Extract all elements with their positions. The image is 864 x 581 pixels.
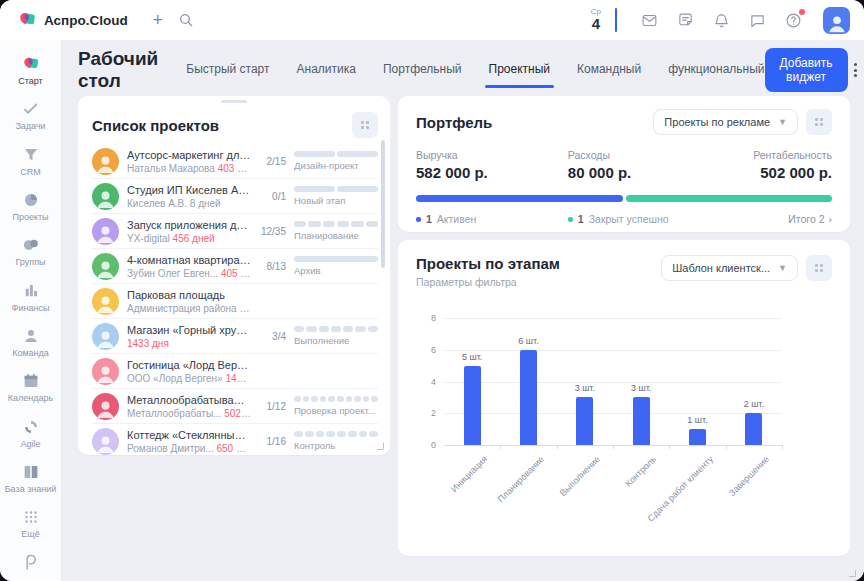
project-days: 456 дней xyxy=(173,233,215,244)
project-row[interactable]: Гостиница «Лорд Верген»ООО «Лорд Верген»… xyxy=(92,354,378,389)
sidebar-item-calendar[interactable]: Календарь xyxy=(0,365,61,410)
list-scrollbar[interactable] xyxy=(381,140,385,268)
portfolio-total-link[interactable]: Итого 2› xyxy=(700,213,832,225)
project-row[interactable]: Парковая площадьАдминистрация района 107… xyxy=(92,284,378,319)
project-days: 8 дней xyxy=(190,198,221,209)
legend-dot xyxy=(568,217,573,222)
project-progress-bar xyxy=(294,186,378,192)
project-row[interactable]: Запуск приложения для ...YX-digital 456 … xyxy=(92,214,378,249)
more-icon xyxy=(22,508,40,526)
sidebar-item-more[interactable]: Ещё xyxy=(0,501,61,546)
x-axis-label: Завершение xyxy=(727,454,771,498)
chart-bar[interactable] xyxy=(745,413,762,445)
chart-bar[interactable] xyxy=(633,397,650,445)
y-axis-tick: 8 xyxy=(431,313,436,323)
projects-icon xyxy=(22,191,40,209)
project-days: 502 дня xyxy=(224,408,251,419)
bar-value-label: 5 шт. xyxy=(462,352,482,362)
x-axis-label: Выполнение xyxy=(558,454,602,498)
y-axis-tick: 6 xyxy=(431,345,436,355)
kb-icon xyxy=(22,463,40,481)
chat-icon[interactable] xyxy=(742,5,772,35)
sidebar-item-tasks[interactable]: Задачи xyxy=(0,93,61,138)
project-progress-bar xyxy=(294,396,378,402)
portfolio-filter-dropdown[interactable]: Проекты по рекламе ▼ xyxy=(653,109,798,135)
tab-портфельный[interactable]: Портфельный xyxy=(383,50,462,90)
user-avatar[interactable] xyxy=(823,7,850,34)
sidebar-item-projects[interactable]: Проекты xyxy=(0,184,61,229)
chart-bar[interactable] xyxy=(689,429,706,445)
project-row[interactable]: Магазин «Горный хрусталь»1433 дня3/4Выпо… xyxy=(92,319,378,354)
project-stage-label: Выполнение xyxy=(294,335,378,346)
project-avatar xyxy=(92,183,119,210)
sidebar-item-groups[interactable]: Группы xyxy=(0,229,61,274)
mail-icon[interactable] xyxy=(634,5,664,35)
y-axis-tick: 2 xyxy=(431,408,436,418)
portfolio-progress-bar xyxy=(416,195,832,202)
chart-bar[interactable] xyxy=(464,366,481,445)
chart-bar[interactable] xyxy=(576,397,593,445)
widget-drag-icon[interactable] xyxy=(806,109,832,135)
project-progress-bar xyxy=(294,326,378,332)
avatar-photo xyxy=(94,222,117,245)
project-avatar xyxy=(92,393,119,420)
tab-аналитика[interactable]: Аналитика xyxy=(297,50,356,90)
project-stage-label: Планирование xyxy=(294,230,378,241)
panel-resize-handle[interactable] xyxy=(377,443,384,450)
project-progress-bar xyxy=(294,431,378,437)
create-button[interactable]: + xyxy=(144,6,172,34)
notification-dot xyxy=(799,9,805,15)
project-avatar xyxy=(92,428,119,455)
notes-icon[interactable] xyxy=(670,5,700,35)
portfolio-panel: Портфель Проекты по рекламе ▼ Выручка582… xyxy=(398,96,850,232)
stat-label: Расходы xyxy=(568,149,700,161)
project-avatar xyxy=(92,218,119,245)
tab-функциональный[interactable]: функциональный xyxy=(668,50,764,90)
search-icon[interactable] xyxy=(172,6,200,34)
project-row[interactable]: Студия ИП Киселев А.А.Киселев А.В. 8 дне… xyxy=(92,179,378,214)
sidebar-item-label: Проекты xyxy=(12,212,48,222)
project-avatar xyxy=(92,358,119,385)
page-title: Рабочий стол xyxy=(78,48,158,92)
sidebar-item-product[interactable] xyxy=(0,547,61,579)
more-options-icon[interactable] xyxy=(854,57,858,83)
sidebar-item-crm[interactable]: CRM xyxy=(0,139,61,184)
chart-template-dropdown[interactable]: Шаблон клиентск... ▼ xyxy=(661,255,798,281)
project-name: Гостиница «Лорд Верген» xyxy=(127,359,251,371)
chart-bar[interactable] xyxy=(520,350,537,445)
sidebar-item-team[interactable]: Команда xyxy=(0,320,61,365)
tab-проектный[interactable]: Проектный xyxy=(489,50,550,90)
tab-быстрый-старт[interactable]: Быстрый старт xyxy=(186,50,269,90)
window-resize-handle[interactable] xyxy=(849,570,856,577)
topbar-divider xyxy=(615,8,617,32)
help-icon[interactable] xyxy=(778,5,808,35)
portfolio-stat: Расходы80 000 р. xyxy=(568,149,700,181)
project-row[interactable]: Металлообрабатывающий...Металлообрабаты.… xyxy=(92,389,378,424)
widget-drag-icon[interactable] xyxy=(352,112,378,138)
team-icon xyxy=(22,327,40,345)
x-axis-label: Сдача работ клиенту xyxy=(645,454,715,524)
project-row[interactable]: Коттедж «Стеклянный бор»Романов Дмитри..… xyxy=(92,424,378,455)
add-widget-button[interactable]: Добавить виджет xyxy=(765,48,848,92)
sidebar-item-start[interactable]: Старт xyxy=(0,48,61,93)
project-row[interactable]: 4-комнатная квартира №...Зубин Олег Евге… xyxy=(92,249,378,284)
chart-filter-params-link[interactable]: Параметры фильтра xyxy=(416,276,560,288)
project-row[interactable]: Аутсорс-маркетинг для ко...Наталья Макар… xyxy=(92,144,378,179)
project-stage-label: Дизайн-проект xyxy=(294,160,378,171)
tab-командный[interactable]: Командный xyxy=(577,50,641,90)
widget-drag-icon[interactable] xyxy=(806,255,832,281)
sidebar-item-agile[interactable]: Agile xyxy=(0,411,61,456)
legend-dot xyxy=(416,217,421,222)
project-owner: YX-digital xyxy=(127,233,170,244)
bell-icon[interactable] xyxy=(706,5,736,35)
calendar-date[interactable]: Ср 4 xyxy=(591,8,601,32)
sidebar-item-kb[interactable]: База знаний xyxy=(0,456,61,501)
sidebar-item-finance[interactable]: Финансы xyxy=(0,275,61,320)
sidebar-item-label: Agile xyxy=(20,439,40,449)
panel-drag-handle[interactable] xyxy=(221,100,247,103)
project-stage-label: Проверка проект... xyxy=(294,405,378,416)
avatar-photo xyxy=(94,292,117,315)
brand[interactable]: Аспро.Cloud xyxy=(18,11,128,29)
sidebar-item-label: Команда xyxy=(12,348,49,358)
project-progress-bar xyxy=(294,221,378,227)
